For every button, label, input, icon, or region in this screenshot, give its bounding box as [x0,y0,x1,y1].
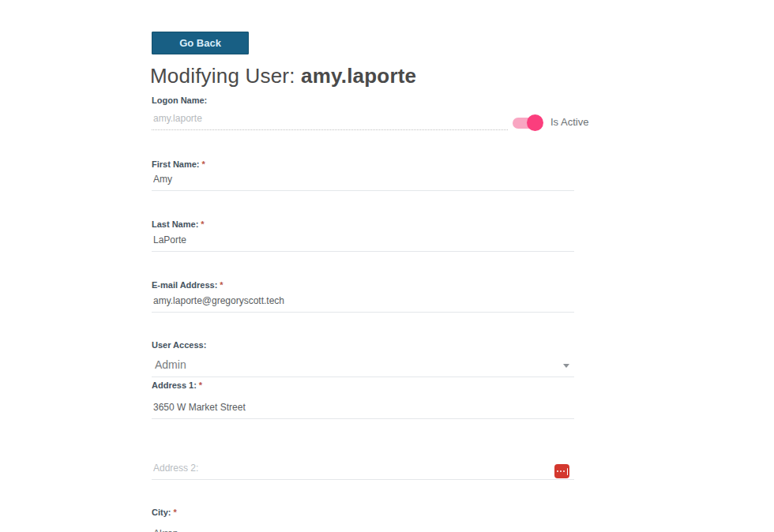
required-marker: * [220,280,223,290]
toggle-knob [527,114,543,131]
required-marker: * [173,508,176,517]
autofill-icon[interactable] [554,464,569,478]
required-marker: * [201,219,204,229]
is-active-toggle[interactable] [513,118,541,129]
autofill-dot [563,470,565,473]
email-label-text: E-mail Address: [152,280,217,290]
required-marker: * [199,380,202,390]
is-active-label: Is Active [550,116,588,128]
user-access-selected-value: Admin [155,358,186,371]
address1-input[interactable] [152,399,574,419]
email-label: E-mail Address:* [152,280,224,290]
autofill-dot [560,470,562,473]
logon-name-input [152,111,508,130]
last-name-label-text: Last Name: [152,219,198,229]
page-title-prefix: Modifying User: [150,64,301,88]
autofill-cursor-bar [567,468,569,475]
last-name-label: Last Name:* [152,219,205,230]
address1-label-text: Address 1: [152,380,197,390]
first-name-label: First Name:* [152,159,205,170]
city-input[interactable] [152,526,574,532]
city-label: City:* [152,508,177,518]
first-name-input[interactable] [152,171,574,191]
user-access-label: User Access: [152,340,206,350]
user-access-select[interactable]: Admin [152,356,574,377]
logon-name-label: Logon Name: [152,96,207,106]
address1-label: Address 1:* [152,380,202,391]
address2-input[interactable] [152,460,574,480]
page-title-username: amy.laporte [301,64,416,88]
page-title: Modifying User: amy.laporte [150,64,416,88]
city-label-text: City: [152,508,171,517]
last-name-input[interactable] [152,232,574,252]
modify-user-form: Go Back Modifying User: amy.laporte Logo… [0,0,774,532]
email-input[interactable] [152,293,574,313]
go-back-button[interactable]: Go Back [152,32,249,54]
first-name-label-text: First Name: [152,159,200,169]
chevron-down-icon [563,364,569,368]
autofill-dot [557,470,559,473]
required-marker: * [202,159,205,169]
